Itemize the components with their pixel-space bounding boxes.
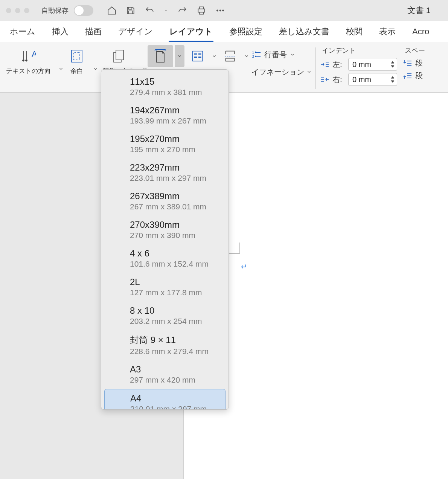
indent-left-input[interactable]: 0 mm: [348, 58, 397, 71]
paper-size-option[interactable]: 封筒 9 × 11228.6 mm x 279.4 mm: [104, 330, 226, 360]
indent-right-down-icon[interactable]: [390, 79, 395, 84]
paper-size-option[interactable]: 8 x 10203.2 mm x 254 mm: [104, 302, 226, 330]
line-numbers-label: 行番号: [264, 50, 287, 60]
svg-rect-5: [74, 52, 80, 60]
spacing-title: スペー: [403, 46, 428, 55]
text-direction-label: テキストの方向: [6, 67, 51, 75]
zoom-window-icon[interactable]: [24, 8, 29, 13]
save-icon[interactable]: [126, 6, 136, 15]
spacing-after-label: 段: [415, 58, 428, 68]
paper-size-dimensions: 228.6 mm x 279.4 mm: [130, 347, 219, 356]
minimize-window-icon[interactable]: [15, 8, 20, 13]
svg-rect-4: [72, 50, 82, 62]
paper-size-dimensions: 267 mm x 389.01 mm: [130, 202, 219, 211]
tab-2[interactable]: 描画: [77, 21, 110, 42]
undo-icon[interactable]: [145, 6, 154, 15]
paper-size-dimensions: 127 mm x 177.8 mm: [130, 288, 219, 297]
columns-button[interactable]: [187, 45, 209, 67]
paper-size-dimensions: 101.6 mm x 152.4 mm: [130, 259, 219, 268]
window-controls: [6, 8, 29, 13]
line-numbers-button[interactable]: 1 2 行番号: [251, 47, 312, 63]
paper-size-name: 2L: [130, 277, 219, 287]
titlebar: 自動保存 文書 1: [0, 0, 448, 21]
paper-size-button[interactable]: [148, 45, 173, 67]
paper-size-name: 267x389mm: [130, 191, 219, 201]
paper-size-option[interactable]: 11x15279.4 mm x 381 mm: [104, 73, 226, 101]
spacing-before-label: 段: [415, 70, 428, 81]
svg-text:2: 2: [252, 55, 254, 58]
autosave-label: 自動保存: [41, 6, 69, 15]
paper-size-name: 11x15: [130, 76, 219, 87]
paper-size-name: 4 x 6: [130, 248, 219, 259]
paper-size-dropdown: 11x15279.4 mm x 381 mm194x267mm193.99 mm…: [101, 69, 229, 410]
columns-dropdown-icon[interactable]: [210, 53, 217, 59]
margins-button[interactable]: 余白: [67, 46, 86, 77]
tab-7[interactable]: 校閲: [338, 21, 371, 42]
print-icon[interactable]: [197, 6, 206, 15]
text-direction-button[interactable]: A テキストの方向: [5, 46, 52, 77]
indent-left-label: 左:: [332, 59, 345, 70]
margins-label: 余白: [70, 67, 83, 75]
breaks-dropdown-icon[interactable]: [242, 53, 249, 59]
paper-size-dimensions: 270 mm x 390 mm: [130, 231, 219, 240]
ribbon-tabs: ホーム挿入描画デザインレイアウト参照設定差し込み文書校閲表示Acro: [0, 21, 448, 42]
svg-point-1: [219, 10, 221, 11]
margins-dropdown-icon[interactable]: [91, 66, 98, 72]
paper-size-name: 195x270mm: [130, 134, 219, 144]
paper-size-option[interactable]: 270x390mm270 mm x 390 mm: [104, 216, 226, 244]
paper-size-option[interactable]: 195x270mm195 mm x 270 mm: [104, 130, 226, 158]
home-icon[interactable]: [107, 6, 117, 15]
paper-size-dimensions: 195 mm x 270 mm: [130, 145, 219, 154]
margin-corner-icon: [229, 243, 240, 254]
tab-0[interactable]: ホーム: [2, 21, 44, 42]
indent-right-label: 右:: [332, 75, 345, 85]
indent-title: インデント: [320, 46, 397, 55]
paper-size-name: 8 x 10: [130, 305, 219, 316]
paper-size-option[interactable]: A4210.01 mm x 297 mm: [104, 389, 226, 409]
close-window-icon[interactable]: [6, 8, 11, 13]
svg-text:1: 1: [252, 50, 254, 54]
paper-size-dimensions: 210.01 mm x 297 mm: [130, 404, 218, 409]
paper-size-option[interactable]: 267x389mm267 mm x 389.01 mm: [104, 187, 226, 215]
paper-size-name: A3: [130, 364, 219, 375]
tab-9[interactable]: Acro: [404, 21, 437, 42]
svg-rect-7: [116, 50, 123, 60]
indent-right-value: 0 mm: [352, 75, 390, 84]
indent-left-up-icon[interactable]: [390, 60, 395, 64]
paper-size-dimensions: 279.4 mm x 381 mm: [130, 88, 219, 97]
undo-dropdown-icon[interactable]: [163, 6, 169, 15]
tab-1[interactable]: 挿入: [44, 21, 77, 42]
paper-size-name: 封筒 9 × 11: [130, 334, 219, 346]
tab-3[interactable]: デザイン: [110, 21, 161, 42]
text-direction-dropdown-icon[interactable]: [57, 66, 64, 72]
svg-text:A: A: [32, 49, 36, 59]
indent-left-down-icon[interactable]: [390, 64, 395, 69]
paper-size-option[interactable]: 2L127 mm x 177.8 mm: [104, 273, 226, 301]
more-icon[interactable]: [215, 6, 225, 15]
svg-point-2: [222, 10, 224, 11]
paper-size-dimensions: 223.01 mm x 297 mm: [130, 174, 219, 183]
paper-size-option[interactable]: 194x267mm193.99 mm x 267 mm: [104, 101, 226, 129]
indent-left-value: 0 mm: [352, 60, 390, 69]
hyphenation-button[interactable]: イフネーション: [251, 64, 312, 80]
paper-size-name: 270x390mm: [130, 220, 219, 230]
breaks-button[interactable]: [219, 45, 241, 67]
paper-size-list[interactable]: 11x15279.4 mm x 381 mm194x267mm193.99 mm…: [101, 70, 229, 409]
autosave-toggle[interactable]: [74, 5, 93, 16]
tab-4[interactable]: レイアウト: [161, 21, 221, 42]
paper-size-option[interactable]: A3297 mm x 420 mm: [104, 360, 226, 388]
paper-size-dimensions: 203.2 mm x 254 mm: [130, 317, 219, 326]
paper-size-option[interactable]: 223x297mm223.01 mm x 297 mm: [104, 159, 226, 186]
paper-size-dropdown-icon[interactable]: [175, 45, 184, 67]
tab-5[interactable]: 参照設定: [221, 21, 271, 42]
tab-6[interactable]: 差し込み文書: [271, 21, 338, 42]
redo-icon[interactable]: [178, 6, 187, 15]
indent-right-up-icon[interactable]: [390, 75, 395, 79]
paper-size-dimensions: 193.99 mm x 267 mm: [130, 116, 219, 125]
svg-point-0: [217, 10, 218, 11]
paper-size-name: 194x267mm: [130, 105, 219, 116]
tab-8[interactable]: 表示: [371, 21, 404, 42]
hyphenation-label: イフネーション: [251, 67, 304, 77]
indent-right-input[interactable]: 0 mm: [348, 73, 397, 86]
paper-size-option[interactable]: 4 x 6101.6 mm x 152.4 mm: [104, 244, 226, 272]
